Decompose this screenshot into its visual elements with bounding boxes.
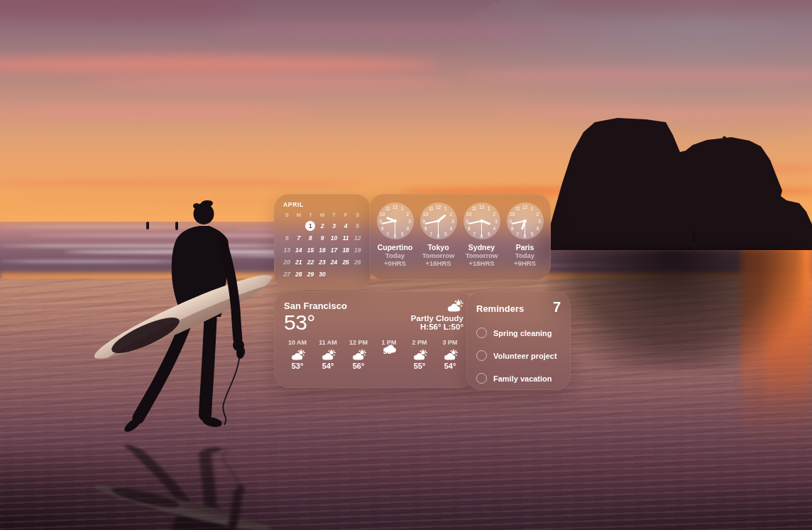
reminder-checkbox-icon[interactable] xyxy=(476,350,487,361)
hour-label: 11 AM xyxy=(319,339,337,346)
calendar-day[interactable]: 1 xyxy=(304,220,317,232)
partly-cloudy-icon xyxy=(445,299,463,313)
calendar-day[interactable]: 2 xyxy=(317,220,329,232)
calendar-day[interactable]: 14 xyxy=(293,244,305,256)
calendar-widget[interactable]: APRIL SMTWTFS 1 2 3 4 5 6 7 xyxy=(274,194,371,290)
world-clock-widget[interactable]: 121234567891011 Cupertino Today +0HRS 12… xyxy=(369,194,551,280)
clock-hub xyxy=(480,220,483,223)
calendar-day[interactable]: 7 xyxy=(293,232,305,244)
calendar-day[interactable]: 9 xyxy=(317,232,329,244)
weekday-header: S xyxy=(351,210,363,220)
calendar-day[interactable]: 21 xyxy=(293,256,305,268)
calendar-grid: 1 2 3 4 5 6 7 8 9 10 11 12 xyxy=(281,220,363,280)
hour-label: 10 AM xyxy=(288,339,307,346)
hour-weather-icon xyxy=(412,349,427,361)
hour-temp: 55° xyxy=(414,362,426,370)
reminder-item[interactable]: Volunteer project xyxy=(476,350,561,361)
calendar-day[interactable]: 18 xyxy=(340,244,352,256)
calendar-day[interactable]: 5 xyxy=(351,220,363,232)
weather-high-low: H:56° L:50° xyxy=(420,323,463,331)
hourly-forecast: 10 AM xyxy=(284,339,463,370)
calendar-day[interactable]: 24 xyxy=(328,256,340,268)
clock-cell[interactable]: 121234567891011 Cupertino Today +0HRS xyxy=(374,202,417,267)
calendar-day[interactable]: 12 xyxy=(351,232,363,244)
calendar-day[interactable]: 26 xyxy=(351,256,363,268)
bird-icon xyxy=(723,136,726,139)
hour-temp: 54° xyxy=(444,362,456,370)
hour-weather-icon xyxy=(351,349,366,361)
clock-hub xyxy=(523,220,527,223)
calendar-day[interactable]: 22 xyxy=(304,256,317,268)
hourly-forecast-item[interactable]: 12 PM xyxy=(346,339,371,370)
weather-current-temp: 53° xyxy=(284,311,347,334)
analog-clock-face: 121234567891011 xyxy=(420,202,457,239)
hour-label: 2 PM xyxy=(412,339,427,346)
hourly-forecast-item[interactable]: 1 PM xyxy=(377,339,401,370)
distant-walker xyxy=(692,231,696,243)
clock-city-label: Tokyo xyxy=(417,243,460,252)
calendar-day[interactable]: 30 xyxy=(317,268,329,280)
hourly-forecast-item[interactable]: 3 PM xyxy=(438,339,462,370)
hourly-forecast-item[interactable]: 11 AM xyxy=(316,339,340,370)
calendar-day[interactable]: 8 xyxy=(304,232,317,244)
hour-label: 12 PM xyxy=(349,339,368,346)
hourly-forecast-item[interactable]: 10 AM xyxy=(285,339,309,370)
hour-temp: 53° xyxy=(292,362,304,370)
reminder-label: Family vacation xyxy=(493,374,552,383)
calendar-day[interactable]: 25 xyxy=(340,256,352,268)
calendar-day[interactable] xyxy=(293,220,305,232)
clock-day-label: Today xyxy=(374,252,417,259)
weather-widget[interactable]: San Francisco 53° xyxy=(274,291,473,388)
calendar-day[interactable]: 15 xyxy=(304,244,317,256)
reminders-list: Spring cleaning Volunteer project Family… xyxy=(476,328,561,384)
calendar-day[interactable]: 17 xyxy=(328,244,340,256)
hourly-forecast-item[interactable]: 2 PM xyxy=(407,339,432,370)
calendar-day[interactable]: 16 xyxy=(317,244,329,256)
calendar-day[interactable]: 11 xyxy=(340,232,352,244)
calendar-day[interactable] xyxy=(281,220,293,232)
distant-walker-reflection xyxy=(693,244,696,252)
calendar-day[interactable]: 23 xyxy=(317,256,329,268)
weather-current: San Francisco 53° xyxy=(284,298,347,334)
clock-offset-label: +18HRS xyxy=(461,259,503,267)
weekday-header: S xyxy=(281,210,293,220)
reminders-count-badge: 7 xyxy=(553,299,561,315)
calendar-day[interactable]: 28 xyxy=(293,268,305,280)
calendar-day[interactable]: 6 xyxy=(281,232,293,244)
calendar-day[interactable]: 27 xyxy=(281,268,293,280)
calendar-day[interactable]: 13 xyxy=(281,244,293,256)
rock-reflection xyxy=(545,247,802,369)
reminders-widget[interactable]: Reminders 7 Spring cleaning Volunteer pr… xyxy=(466,291,571,390)
weather-condition-block: Partly Cloudy H:56° L:50° xyxy=(411,299,463,334)
hour-weather-icon xyxy=(290,349,305,361)
reminder-checkbox-icon[interactable] xyxy=(476,373,487,384)
clock-cell[interactable]: 121234567891011 Tokyo Tomorrow +16HRS xyxy=(417,202,460,267)
calendar-day[interactable]: 3 xyxy=(328,220,340,232)
weekday-header: F xyxy=(340,210,352,220)
cloud-streak xyxy=(213,25,568,36)
calendar-day[interactable]: 29 xyxy=(304,268,317,280)
reminder-item[interactable]: Family vacation xyxy=(476,373,561,384)
calendar-day[interactable]: 4 xyxy=(340,220,352,232)
calendar-day[interactable]: 10 xyxy=(328,232,340,244)
calendar-day[interactable]: 19 xyxy=(351,244,363,256)
weekday-header: T xyxy=(304,210,317,220)
clock-city-label: Cupertino xyxy=(374,243,417,252)
clock-offset-label: +16HRS xyxy=(417,259,460,267)
analog-clock-face: 121234567891011 xyxy=(507,202,544,239)
clock-city-label: Sydney xyxy=(461,243,503,252)
clock-list: 121234567891011 Cupertino Today +0HRS 12… xyxy=(369,194,551,267)
clock-cell[interactable]: 121234567891011 Paris Today +9HRS xyxy=(504,202,547,267)
clock-day-label: Today xyxy=(504,252,547,259)
reminders-title: Reminders xyxy=(476,303,524,314)
reminder-item[interactable]: Spring cleaning xyxy=(476,328,561,338)
cloud-streak xyxy=(85,77,454,90)
reminder-checkbox-icon[interactable] xyxy=(476,328,487,338)
weather-city-label: San Francisco xyxy=(284,301,347,311)
calendar-month-label: APRIL xyxy=(283,201,363,208)
hour-temp: 54° xyxy=(322,362,334,370)
clock-cell[interactable]: 121234567891011 Sydney Tomorrow +18HRS xyxy=(461,202,503,267)
hour-weather-icon xyxy=(381,342,397,354)
calendar-day[interactable]: 20 xyxy=(281,256,293,268)
hour-weather-icon xyxy=(320,349,336,361)
